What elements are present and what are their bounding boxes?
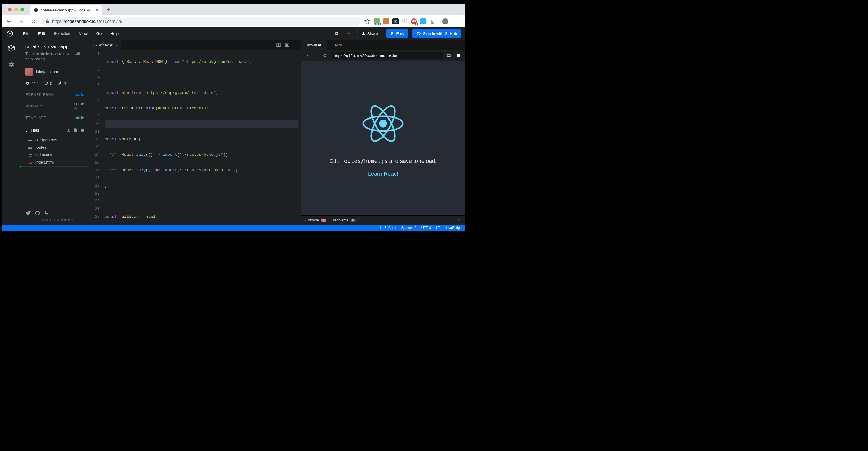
share-icon	[362, 32, 365, 35]
download-icon[interactable]	[67, 128, 71, 132]
file-row-folder[interactable]: ▬routes	[21, 144, 89, 151]
activity-sandbox-icon[interactable]	[6, 43, 16, 53]
spectrum-icon[interactable]	[44, 210, 49, 216]
extension-icons: 590 ⓘ ABP3 ◣ ⋮	[374, 17, 463, 26]
chevron-up-icon[interactable]: ⌃	[458, 218, 461, 222]
maximize-window[interactable]	[21, 8, 24, 11]
preview-back-icon[interactable]: ‹	[305, 53, 310, 58]
project-title: create-es-react-app	[25, 44, 84, 50]
learn-react-link[interactable]: Learn React	[368, 171, 398, 177]
share-button[interactable]: Share	[357, 29, 383, 38]
new-tab-button[interactable]: +	[104, 5, 113, 14]
template-label: TEMPLATE	[25, 116, 46, 120]
menu-selection[interactable]: Selection	[50, 31, 74, 36]
codesandbox-logo-icon[interactable]	[6, 29, 14, 38]
minimize-window[interactable]	[14, 8, 18, 11]
preview-icon[interactable]	[285, 42, 289, 48]
file-row-folder[interactable]: ▬components	[21, 136, 89, 144]
url-text: https://codesandbox.io/s/o15ozmv29	[52, 19, 122, 24]
file-row-css[interactable]: ▤index.css	[21, 151, 89, 159]
file-row-html[interactable]: ▤index.html	[21, 159, 89, 166]
preview-window-icon[interactable]	[446, 52, 452, 59]
preview-tabs: Browser Tests	[301, 40, 465, 50]
close-window[interactable]	[8, 8, 12, 11]
extension-icon[interactable]: ⓘ	[402, 18, 408, 25]
more-icon[interactable]: ⋯	[293, 42, 297, 48]
preview-reload-icon[interactable]	[322, 53, 328, 58]
menu-edit[interactable]: Edit	[34, 31, 49, 36]
status-language[interactable]: JavaScript	[445, 226, 461, 230]
preview-url-input[interactable]: https://o15ozmv29.codesandbox.io/	[331, 52, 443, 59]
svg-rect-7	[286, 44, 288, 46]
css-icon: ▤	[28, 152, 33, 157]
views-stat: 117	[25, 81, 38, 86]
status-eol[interactable]: LF	[436, 226, 440, 230]
preview-expand-icon[interactable]	[455, 52, 461, 59]
files-header[interactable]: ⌄ Files	[21, 125, 89, 135]
svg-point-0	[395, 21, 396, 21]
menu-view[interactable]: View	[75, 31, 91, 36]
github-icon[interactable]	[35, 210, 40, 216]
fork-icon	[58, 81, 62, 86]
console-label: Console 1	[305, 218, 327, 222]
forks-stat: 10	[58, 81, 68, 86]
back-button[interactable]	[4, 17, 13, 26]
twitter-icon[interactable]	[25, 210, 31, 216]
activity-add-icon[interactable]: +	[6, 76, 16, 86]
github-icon	[416, 31, 421, 36]
editor-tab[interactable]: JS index.js ×	[89, 40, 121, 50]
preview-forward-icon[interactable]: ›	[313, 53, 319, 58]
privacy-value: Publicⓘ	[74, 102, 84, 111]
file-row-selected[interactable]	[21, 166, 89, 167]
forked-from-label: FORKED FROM	[25, 93, 55, 97]
extension-icon[interactable]: ABP3	[411, 18, 417, 25]
extension-icon[interactable]	[392, 18, 399, 25]
status-position[interactable]: Ln 5, Col 1	[380, 226, 396, 230]
close-tab-icon[interactable]: ×	[115, 43, 118, 48]
privacy-label: PRIVACY	[25, 104, 42, 109]
plus-icon[interactable]: +	[345, 29, 353, 38]
menu-go[interactable]: Go	[93, 31, 105, 36]
file-tree: ▬components ▬routes ▤index.css ▤index.ht…	[21, 135, 89, 169]
preview-tab-tests[interactable]: Tests	[327, 40, 347, 50]
preview-console-bar[interactable]: Console 1 Problems 0 ⌃	[301, 215, 465, 224]
extension-icon[interactable]: 590	[374, 18, 380, 25]
eye-icon	[25, 81, 30, 86]
bookmark-star-icon[interactable]	[365, 19, 370, 24]
status-encoding[interactable]: UTF-8	[422, 226, 431, 230]
new-folder-icon[interactable]	[80, 128, 85, 132]
preview-text: Edit routes/home.js and save to reload.	[330, 158, 437, 164]
editor-area: JS index.js × ⋯ 123456789101112131415161…	[89, 40, 301, 224]
reload-button[interactable]	[29, 17, 38, 26]
activity-settings-icon[interactable]	[6, 59, 16, 69]
signin-github-button[interactable]: Sign in with GitHub	[412, 29, 461, 38]
chrome-menu-icon[interactable]: ⋮	[452, 17, 460, 26]
url-input[interactable]: https://codesandbox.io/s/o15ozmv29	[41, 17, 361, 26]
editor-tabs: JS index.js × ⋯	[89, 40, 301, 50]
fork-icon	[391, 32, 394, 35]
extension-icon[interactable]	[383, 18, 389, 25]
menu-file[interactable]: File	[19, 31, 33, 36]
preview-tab-browser[interactable]: Browser	[301, 40, 327, 50]
sidebar-footer: PROD-1559903240-93ff18a72	[21, 207, 89, 224]
menu-help[interactable]: Help	[106, 31, 122, 36]
tab-close-icon[interactable]: ×	[96, 7, 98, 13]
settings-icon[interactable]	[332, 29, 341, 38]
extension-icon[interactable]	[420, 18, 426, 25]
code-editor[interactable]: 12345678910111213141516171819202122 impo…	[89, 50, 301, 224]
profile-avatar[interactable]	[442, 18, 448, 25]
forked-from-link[interactable]: static	[75, 93, 84, 97]
js-icon: JS	[93, 43, 97, 47]
status-spaces[interactable]: Spaces: 2	[401, 226, 416, 230]
forward-button[interactable]	[17, 17, 25, 26]
new-file-icon[interactable]	[73, 128, 78, 132]
split-editor-icon[interactable]	[276, 42, 281, 48]
react-logo-icon	[355, 99, 411, 148]
likes-stat: 0	[44, 81, 52, 86]
browser-tab[interactable]: create-es-react-app - CodeSa ×	[30, 5, 101, 16]
extension-icon[interactable]: ◣	[430, 18, 436, 25]
project-description: This is a static react template with no …	[25, 52, 84, 62]
project-owner[interactable]: lukejacksonn	[21, 65, 89, 79]
fork-button[interactable]: Fork	[386, 29, 408, 38]
html-icon: ▤	[28, 160, 33, 165]
